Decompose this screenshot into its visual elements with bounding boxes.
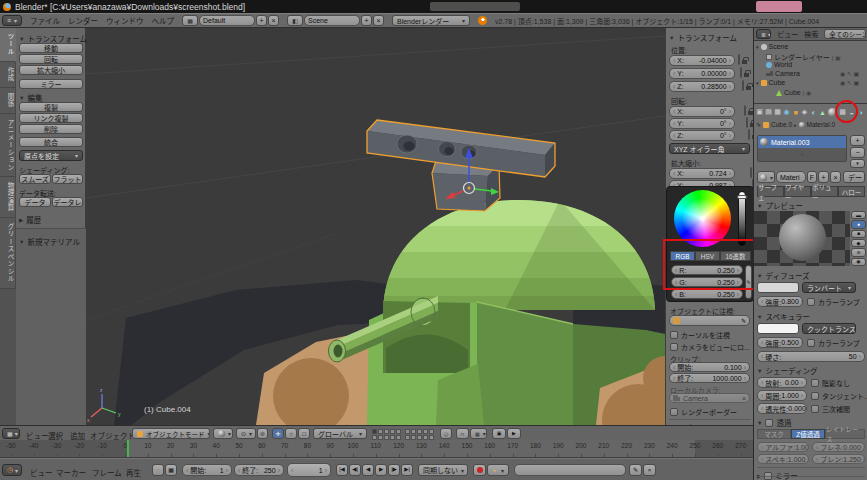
picker-g-field[interactable]: G:0.250 [671,277,743,287]
start-frame-field[interactable]: 開始:1 [182,464,232,476]
set-origin-dropdown[interactable]: 原点を設定 [19,150,83,161]
opengl-render-button[interactable]: ▣ [492,428,506,439]
outliner-row-cube-data[interactable]: Cube| ◉ [776,89,811,96]
keying-set-menu[interactable]: ⚬ [487,464,509,476]
rotation-mode-dropdown[interactable]: XYZ オイラー角 [669,143,750,154]
timeline-menu-playback[interactable]: 再生 [126,467,141,478]
panel-header-sss[interactable]: ▶SSS [757,476,865,480]
pivot-dropdown[interactable]: ⊙ [236,428,256,439]
hardness-slider[interactable]: 硬さ:50 [757,351,865,362]
tab-data-icon[interactable]: ▲ [818,109,827,116]
manipulator-scale-button[interactable]: □ [298,428,310,439]
remove-slot-button[interactable]: − [850,147,865,158]
lock-icon[interactable] [742,80,744,91]
delete-scene-button[interactable]: × [373,15,384,26]
snap-toggle-button[interactable]: ∩ [456,428,469,439]
lock-icon[interactable] [744,105,746,116]
duplicate-linked-button[interactable]: リンク複製 [19,113,83,123]
lock-icon[interactable] [748,129,750,140]
play-reverse-button[interactable]: ◀ [362,464,374,476]
panel-header-transform-n[interactable]: ▼トランスフォーム [669,32,737,43]
shelf-tab-tools[interactable]: ツール [0,28,16,62]
lock-cursor-checkbox[interactable]: カーソルを注視 [670,330,730,340]
loc-x-field[interactable]: X:-0.04000 [669,55,735,66]
data-layout-transfer-button[interactable]: データレ [52,197,83,207]
value-slider[interactable] [738,191,746,246]
active-keying-set-field[interactable] [514,464,626,476]
diffuse-shader-dropdown[interactable]: ランバート [802,282,856,293]
transform-orientation-dropdown[interactable]: グローバル [313,428,367,439]
outliner-row-camera[interactable]: Camera [766,70,800,77]
tab-render-layers-icon[interactable]: ▤ [764,108,773,116]
type-tab-wire[interactable]: ワイヤー [784,186,811,197]
play-button[interactable]: ▶ [375,464,387,476]
type-tab-halo[interactable]: ハロー [838,186,865,197]
breadcrumb-object[interactable]: Cube.0 [771,121,792,128]
shelf-tab-physics[interactable]: 物理演算 [0,177,16,218]
render-engine-select[interactable]: Blenderレンダー [392,15,470,26]
loc-z-field[interactable]: Z:0.28500 [669,81,735,92]
menu-window[interactable]: ウィンドウ [106,15,144,26]
outliner-menu-view[interactable]: ビュー [777,29,798,39]
specular-ramp-checkbox[interactable]: カラーランプ [807,338,860,348]
picker-tab-hsv[interactable]: HSV [695,251,720,261]
eyedropper-button[interactable]: ✎ [745,265,752,299]
layers-grid-1[interactable] [372,429,401,440]
delete-keyframe-button[interactable]: × [643,464,656,476]
shelf-tab-create[interactable]: 作成 [0,62,16,88]
tab-world-icon[interactable]: ◉ [782,108,791,116]
next-keyframe-button[interactable]: |▶ [388,464,400,476]
lock-icon[interactable] [738,54,740,65]
lock-object-field[interactable]: ✎ [669,315,750,326]
panel-header-transparency[interactable]: ▼透過 [757,417,791,428]
render-border-checkbox[interactable]: レンダーボーダー [670,407,737,417]
outliner-display-mode[interactable]: 全てのシーン [824,29,866,39]
screen-layout-field[interactable]: Default [199,15,255,26]
preview-world-button[interactable]: ◉ [851,258,866,266]
shelf-tab-grease-pencil[interactable]: グリースペンシル [0,218,16,289]
snap-element-dropdown[interactable]: ▦ [470,428,487,439]
preview-sphere-button[interactable]: ● [851,220,866,228]
mode-dropdown[interactable]: オブジェクトモード [132,428,210,439]
slot-specials-button[interactable]: ▾ [850,159,865,168]
transp-tab-raytrace[interactable]: レイトレース [825,429,865,439]
data-transfer-button[interactable]: データ [19,197,51,207]
add-scene-button[interactable]: + [361,15,372,26]
current-frame-field[interactable]: 1 [287,463,331,477]
specular-color-swatch[interactable] [757,323,799,334]
outliner-row-scene[interactable]: ▾Scene [756,43,788,50]
manipulator-translate-button[interactable]: ✛ [272,428,284,439]
emit-field[interactable]: 放射:0.00 [757,377,807,388]
tab-texture-icon[interactable]: ▩ [838,108,847,116]
shade-flat-button[interactable]: フラット [52,174,83,184]
clip-start-field[interactable]: 開始:0.100 [669,362,750,372]
preview-cube-button[interactable]: ■ [851,230,866,238]
type-tab-surface[interactable]: サーフェ [757,186,784,197]
panel-header-diffuse[interactable]: ▼ディフューズ [757,270,810,281]
alpha-slider[interactable]: アルファ:1.000 [757,442,809,452]
tab-scene-icon[interactable]: ▦ [773,108,782,116]
3d-viewport[interactable]: z x y (1) Cube.004 [86,28,665,425]
picker-b-field[interactable]: B:0.250 [671,289,743,299]
outliner-menu-search[interactable]: 検索 [804,29,818,39]
panel-header-history[interactable]: ▶履歴 [19,214,41,225]
timeline-editor-type-menu[interactable]: ◷ [2,464,22,476]
duplicate-button[interactable]: 複製 [19,102,83,112]
specular-alpha-slider[interactable]: スペキ:1.000 [757,454,809,464]
breadcrumb-material[interactable]: Material.0 [807,121,836,128]
editor-type-menu[interactable]: ≡ [2,15,22,26]
scene-field[interactable]: Scene [304,15,360,26]
shelf-tab-animation[interactable]: アニメーション [0,114,16,178]
jump-to-start-button[interactable]: |◀ [336,464,348,476]
preview-hair-button[interactable]: ≋ [851,248,866,256]
lock-camera-checkbox[interactable]: カメラをビューにロ... [670,342,750,352]
timeline-menu-frame[interactable]: フレーム [92,467,122,478]
add-slot-button[interactable]: + [850,135,865,146]
end-frame-field[interactable]: 終了:250 [234,464,284,476]
tab-modifiers-icon[interactable]: ◐ [809,109,818,116]
value-slider-handle[interactable] [737,195,747,199]
rot-z-field[interactable]: Z:0° [669,130,735,141]
blend-field[interactable]: ブレン:1.250 [812,454,865,464]
material-slot-item[interactable]: Material.003 [758,136,846,148]
lock-icon[interactable] [750,167,752,178]
